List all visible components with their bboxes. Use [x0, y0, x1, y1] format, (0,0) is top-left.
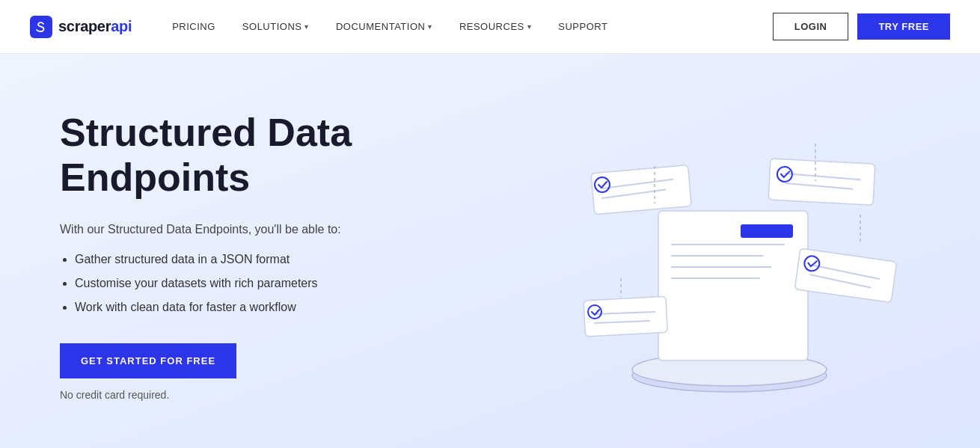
nav-links: PRICING SOLUTIONS ▾ DOCUMENTATION ▾ RESO… — [162, 15, 618, 38]
logo-icon — [30, 16, 52, 38]
navbar-left: scraperapi PRICING SOLUTIONS ▾ DOCUMENTA… — [30, 15, 618, 38]
chevron-down-icon: ▾ — [527, 22, 532, 31]
hero-svg-illustration — [539, 99, 913, 413]
list-item: Customise your datasets with rich parame… — [75, 274, 352, 292]
nav-item-solutions[interactable]: SOLUTIONS ▾ — [232, 15, 319, 38]
navbar: scraperapi PRICING SOLUTIONS ▾ DOCUMENTA… — [0, 0, 980, 54]
hero-list: Gather structured data in a JSON format … — [60, 251, 352, 316]
login-button[interactable]: LOGIN — [773, 13, 849, 40]
svg-rect-15 — [741, 224, 793, 238]
nav-item-resources[interactable]: RESOURCES ▾ — [449, 15, 542, 38]
nav-item-documentation[interactable]: DOCUMENTATION ▾ — [325, 15, 443, 38]
hero-subtitle: With our Structured Data Endpoints, you'… — [60, 221, 352, 239]
list-item: Gather structured data in a JSON format — [75, 251, 352, 269]
chevron-down-icon: ▾ — [304, 22, 309, 31]
hero-illustration — [531, 99, 920, 413]
list-item: Work with clean data for faster a workfl… — [75, 298, 352, 316]
get-started-button[interactable]: GET STARTED FOR FREE — [60, 343, 236, 378]
svg-rect-28 — [584, 296, 667, 337]
nav-item-support[interactable]: SUPPORT — [548, 15, 618, 38]
no-credit-card-text: No credit card required. — [60, 389, 352, 401]
hero-title: Structured DataEndpoints — [60, 111, 352, 200]
chevron-down-icon: ▾ — [428, 22, 432, 31]
hero-content: Structured DataEndpoints With our Struct… — [60, 111, 352, 402]
logo[interactable]: scraperapi — [30, 16, 132, 38]
hero-section: Structured DataEndpoints With our Struct… — [0, 54, 980, 448]
navbar-right: LOGIN TRY FREE — [773, 13, 950, 40]
logo-text: scraperapi — [58, 18, 132, 35]
svg-rect-16 — [591, 165, 691, 215]
nav-item-pricing[interactable]: PRICING — [162, 15, 226, 38]
tryfree-button[interactable]: TRY FREE — [857, 13, 950, 40]
